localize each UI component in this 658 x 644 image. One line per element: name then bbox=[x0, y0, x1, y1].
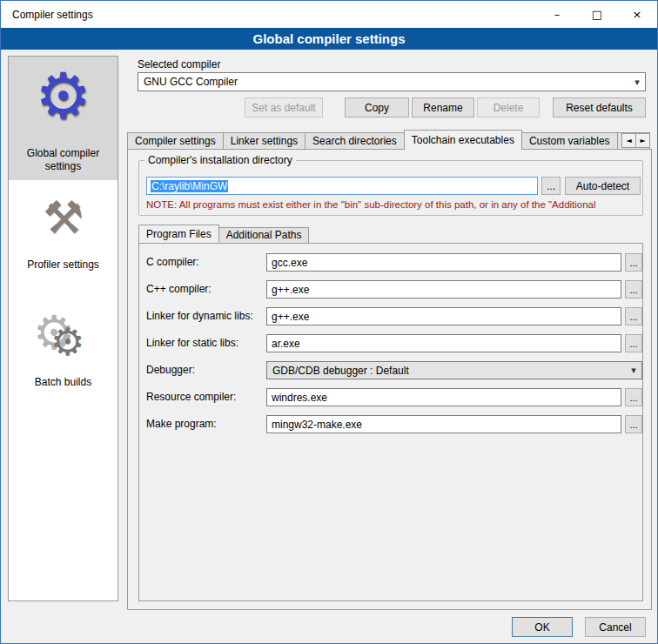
make-program-browse-button[interactable]: ... bbox=[625, 415, 642, 433]
window-controls: – □ × bbox=[537, 1, 657, 28]
tab-custom-variables[interactable]: Custom variables bbox=[521, 132, 618, 150]
linker-dynamic-label: Linker for dynamic libs: bbox=[146, 310, 253, 322]
toolchain-executables-panel: Compiler's installation directory C:\ray… bbox=[127, 149, 652, 610]
linker-static-browse-button[interactable]: ... bbox=[625, 334, 642, 352]
debugger-label: Debugger: bbox=[146, 364, 195, 376]
copy-button[interactable]: Copy bbox=[345, 97, 409, 117]
tab-program-files[interactable]: Program Files bbox=[138, 225, 219, 243]
ok-button[interactable]: OK bbox=[512, 617, 573, 637]
linker-dynamic-input[interactable] bbox=[266, 307, 621, 325]
cpp-compiler-label: C++ compiler: bbox=[146, 283, 212, 295]
c-compiler-input[interactable] bbox=[266, 253, 621, 272]
sidebar-item-profiler-settings[interactable]: ⚒ Profiler settings bbox=[9, 180, 118, 278]
tab-scroll-buttons: ◄ ► bbox=[622, 133, 650, 148]
sidebar-item-label: Global compiler settings bbox=[12, 147, 114, 173]
auto-detect-button[interactable]: Auto-detect bbox=[565, 177, 641, 195]
tab-linker-settings[interactable]: Linker settings bbox=[223, 132, 306, 150]
resource-compiler-label: Resource compiler: bbox=[146, 391, 236, 403]
close-button[interactable]: × bbox=[617, 1, 657, 28]
c-compiler-browse-button[interactable]: ... bbox=[625, 253, 642, 272]
compiler-settings-dialog: Compiler settings – □ × Global compiler … bbox=[0, 0, 658, 644]
cpp-compiler-input[interactable] bbox=[266, 280, 621, 299]
selected-compiler-value: GNU GCC Compiler bbox=[144, 76, 238, 88]
settings-category-sidebar: ⚙ Global compiler settings ⚒ Profiler se… bbox=[8, 56, 118, 601]
sidebar-item-label: Batch builds bbox=[12, 376, 114, 389]
linker-static-label: Linker for static libs: bbox=[146, 337, 238, 349]
tab-additional-paths[interactable]: Additional Paths bbox=[218, 227, 310, 243]
c-compiler-label: C compiler: bbox=[146, 256, 199, 268]
tab-scroll-right-icon[interactable]: ► bbox=[635, 133, 650, 148]
dialog-header: Global compiler settings bbox=[1, 28, 657, 50]
window-title: Compiler settings bbox=[1, 9, 93, 21]
debugger-value: GDB/CDB debugger : Default bbox=[272, 365, 409, 377]
debugger-dropdown[interactable]: GDB/CDB debugger : Default ▾ bbox=[266, 361, 642, 379]
tab-compiler-settings[interactable]: Compiler settings bbox=[127, 132, 224, 150]
tab-search-directories[interactable]: Search directories bbox=[305, 132, 405, 150]
bin-subdirectory-note: NOTE: All programs must exist either in … bbox=[146, 199, 641, 210]
set-as-default-button[interactable]: Set as default bbox=[245, 97, 323, 117]
rename-button[interactable]: Rename bbox=[412, 97, 474, 117]
delete-button[interactable]: Delete bbox=[477, 97, 540, 117]
sidebar-item-global-compiler-settings[interactable]: ⚙ Global compiler settings bbox=[9, 57, 118, 180]
installation-directory-groupbox: Compiler's installation directory C:\ray… bbox=[138, 160, 643, 216]
installation-directory-value: C:\raylib\MinGW bbox=[151, 180, 228, 192]
linker-static-input[interactable] bbox=[266, 334, 621, 352]
make-program-input[interactable] bbox=[266, 415, 621, 433]
make-program-label: Make program: bbox=[146, 418, 217, 430]
sidebar-item-batch-builds[interactable]: ⚙⚙ Batch builds bbox=[9, 278, 118, 396]
installation-directory-input[interactable]: C:\raylib\MinGW bbox=[146, 177, 538, 195]
title-bar[interactable]: Compiler settings – □ × bbox=[1, 1, 657, 28]
minimize-button[interactable]: – bbox=[537, 1, 577, 28]
selected-compiler-label: Selected compiler bbox=[138, 58, 220, 70]
cpp-compiler-browse-button[interactable]: ... bbox=[625, 280, 642, 299]
chevron-down-icon: ▾ bbox=[626, 365, 641, 376]
settings-tab-strip: Compiler settings Linker settings Search… bbox=[127, 130, 652, 150]
tab-scroll-left-icon[interactable]: ◄ bbox=[621, 133, 636, 148]
resource-compiler-browse-button[interactable]: ... bbox=[625, 388, 642, 406]
installation-directory-group-title: Compiler's installation directory bbox=[144, 154, 296, 166]
cancel-button[interactable]: Cancel bbox=[585, 617, 646, 637]
profiler-tool-icon: ⚒ bbox=[12, 192, 114, 255]
program-files-panel: C compiler: ... C++ compiler: ... Linker… bbox=[138, 243, 643, 601]
tab-toolchain-executables[interactable]: Toolchain executables bbox=[404, 130, 522, 150]
program-files-tab-strip: Program Files Additional Paths bbox=[138, 225, 308, 243]
linker-dynamic-browse-button[interactable]: ... bbox=[625, 307, 642, 325]
selected-compiler-dropdown[interactable]: GNU GCC Compiler ▾ bbox=[138, 72, 646, 91]
resource-compiler-input[interactable] bbox=[266, 388, 621, 406]
sidebar-item-label: Profiler settings bbox=[12, 258, 114, 272]
installation-directory-browse-button[interactable]: ... bbox=[541, 177, 561, 195]
global-compiler-gear-icon: ⚙ bbox=[12, 60, 114, 144]
reset-defaults-button[interactable]: Reset defaults bbox=[553, 97, 646, 117]
dialog-header-title: Global compiler settings bbox=[252, 31, 405, 46]
chevron-down-icon: ▾ bbox=[629, 77, 645, 88]
batch-builds-gears-icon: ⚙⚙ bbox=[12, 306, 114, 372]
maximize-button[interactable]: □ bbox=[577, 1, 617, 28]
